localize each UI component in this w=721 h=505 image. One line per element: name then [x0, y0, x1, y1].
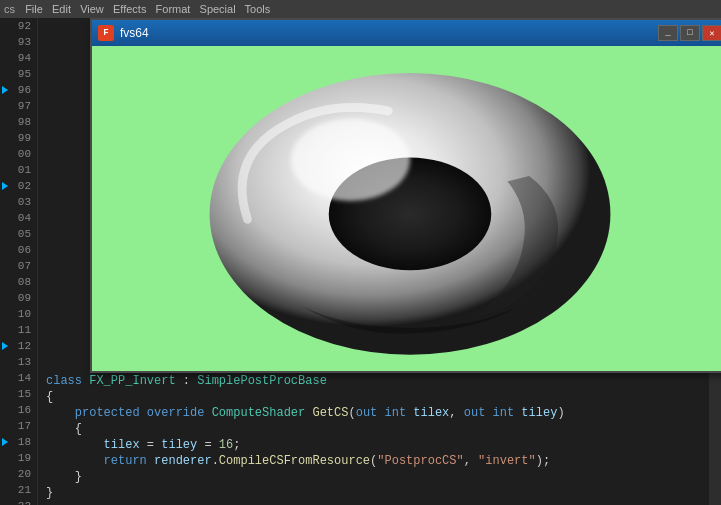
- fvs64-window: F fvs64 _ □ ✕: [90, 18, 721, 373]
- line-num-118: 18: [0, 434, 37, 450]
- line-num-105: 05: [0, 226, 37, 242]
- line-num-109: 09: [0, 290, 37, 306]
- line-num-115: 15: [0, 386, 37, 402]
- line-num-110: 10: [0, 306, 37, 322]
- code-line-15: class FX_PP_Invert : SimplePostProcBase: [46, 373, 721, 389]
- code-line-20: return renderer.CompileCSFromResource("P…: [46, 453, 721, 469]
- code-editor[interactable]: F fvs64 _ □ ✕: [38, 18, 721, 505]
- line-num-113: 13: [0, 354, 37, 370]
- line-num-92: 92: [0, 18, 37, 34]
- popup-app-icon: F: [98, 25, 114, 41]
- code-line-19: tilex = tiley = 16;: [46, 437, 721, 453]
- line-num-95: 95: [0, 66, 37, 82]
- line-num-101: 01: [0, 162, 37, 178]
- popup-titlebar[interactable]: F fvs64 _ □ ✕: [92, 20, 721, 46]
- svg-point-3: [291, 119, 410, 201]
- close-button[interactable]: ✕: [702, 25, 721, 41]
- line-num-94: 94: [0, 50, 37, 66]
- line-num-97: 97: [0, 98, 37, 114]
- line-num-107: 07: [0, 258, 37, 274]
- line-num-114: 14: [0, 370, 37, 386]
- code-line-17: protected override ComputeShader GetCS(o…: [46, 405, 721, 421]
- popup-render-view: [92, 46, 721, 371]
- line-num-108: 08: [0, 274, 37, 290]
- line-numbers-gutter: 92 93 94 95 96 97 98 99 00 01 02 03 04 0…: [0, 18, 38, 505]
- code-line-16: {: [46, 389, 721, 405]
- line-num-120: 20: [0, 466, 37, 482]
- line-num-112: 12: [0, 338, 37, 354]
- line-num-116: 16: [0, 402, 37, 418]
- line-num-119: 19: [0, 450, 37, 466]
- line-num-93: 93: [0, 34, 37, 50]
- line-num-99: 99: [0, 130, 37, 146]
- minimize-button[interactable]: _: [658, 25, 678, 41]
- tab-label: cs: [4, 3, 21, 15]
- code-line-18: {: [46, 421, 721, 437]
- line-num-104: 04: [0, 210, 37, 226]
- main-content: 92 93 94 95 96 97 98 99 00 01 02 03 04 0…: [0, 18, 721, 505]
- line-num-98: 98: [0, 114, 37, 130]
- line-num-100: 00: [0, 146, 37, 162]
- code-content: class FX_PP_Invert : SimplePostProcBase …: [38, 373, 721, 505]
- code-line-21: }: [46, 469, 721, 485]
- popup-window-controls[interactable]: _ □ ✕: [658, 25, 721, 41]
- line-num-103: 03: [0, 194, 37, 210]
- line-num-96: 96: [0, 82, 37, 98]
- top-menu-bar[interactable]: cs File Edit View Effects Format Special…: [0, 0, 721, 18]
- line-num-121: 21: [0, 482, 37, 498]
- popup-title: fvs64: [120, 26, 652, 40]
- line-num-106: 06: [0, 242, 37, 258]
- line-num-102: 02: [0, 178, 37, 194]
- menu-items: File Edit View Effects Format Special To…: [25, 3, 270, 15]
- maximize-button[interactable]: □: [680, 25, 700, 41]
- ide-container: cs File Edit View Effects Format Special…: [0, 0, 721, 505]
- torus-render: [92, 46, 721, 371]
- code-line-22: }: [46, 485, 721, 501]
- line-num-122: 22: [0, 498, 37, 505]
- line-num-117: 17: [0, 418, 37, 434]
- line-num-111: 11: [0, 322, 37, 338]
